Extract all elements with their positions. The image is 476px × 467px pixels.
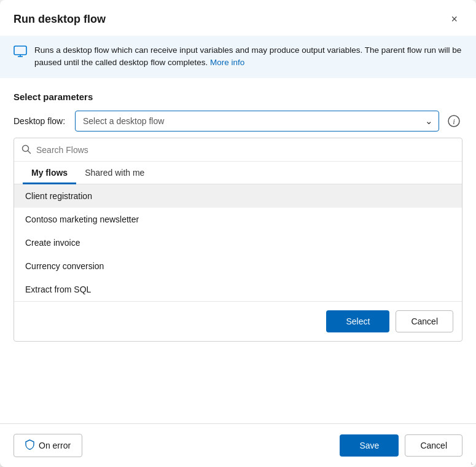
flow-item[interactable]: Extract from SQL bbox=[14, 278, 462, 301]
dialog-titlebar: Run desktop flow × bbox=[0, 0, 476, 36]
dialog-footer: On error Save Cancel bbox=[0, 423, 476, 467]
on-error-label: On error bbox=[39, 441, 71, 450]
desktop-flow-select[interactable]: Select a desktop flow bbox=[75, 111, 439, 131]
dropdown-popup: My flows Shared with me Client registrat… bbox=[14, 138, 462, 342]
flow-item[interactable]: Create invoice bbox=[14, 231, 462, 254]
tabs-row: My flows Shared with me bbox=[14, 162, 462, 184]
section-title: Select parameters bbox=[0, 78, 476, 111]
close-button[interactable]: × bbox=[446, 11, 462, 27]
info-circle-button[interactable]: i bbox=[445, 112, 462, 130]
desktop-flow-label: Desktop flow: bbox=[14, 116, 69, 126]
flow-item[interactable]: Client registration bbox=[14, 184, 462, 208]
select-button[interactable]: Select bbox=[326, 310, 389, 332]
dialog-title: Run desktop flow bbox=[14, 13, 106, 26]
svg-text:i: i bbox=[453, 117, 455, 126]
desktop-flow-dropdown-wrap: Select a desktop flow ⌄ bbox=[75, 111, 439, 131]
flow-item[interactable]: Currency conversion bbox=[14, 254, 462, 278]
info-banner: Runs a desktop flow which can receive in… bbox=[0, 36, 476, 78]
cancel-footer-button[interactable]: Cancel bbox=[405, 434, 462, 457]
save-button[interactable]: Save bbox=[340, 434, 399, 457]
footer-right: Save Cancel bbox=[340, 434, 462, 457]
more-info-link[interactable]: More info bbox=[210, 58, 244, 67]
cancel-dropdown-button[interactable]: Cancel bbox=[396, 310, 453, 332]
info-banner-text: Runs a desktop flow which can receive in… bbox=[34, 44, 462, 69]
desktop-flow-field-row: Desktop flow: Select a desktop flow ⌄ i bbox=[0, 111, 476, 131]
tab-shared-with-me[interactable]: Shared with me bbox=[76, 162, 153, 184]
run-desktop-flow-dialog: Run desktop flow × Runs a desktop flow w… bbox=[0, 0, 476, 467]
svg-rect-0 bbox=[14, 46, 26, 55]
shield-icon bbox=[25, 439, 34, 452]
svg-line-6 bbox=[28, 151, 31, 153]
search-input[interactable] bbox=[36, 145, 455, 155]
resize-handle: ⌞ bbox=[470, 458, 474, 466]
flow-item[interactable]: Contoso marketing newsletter bbox=[14, 208, 462, 231]
flow-list: Client registration Contoso marketing ne… bbox=[14, 184, 462, 301]
monitor-icon bbox=[14, 45, 27, 61]
search-icon bbox=[21, 144, 31, 156]
on-error-button[interactable]: On error bbox=[14, 434, 82, 457]
search-box-wrap bbox=[14, 138, 462, 162]
tab-my-flows[interactable]: My flows bbox=[23, 162, 76, 184]
dropdown-actions: Select Cancel bbox=[14, 301, 462, 341]
